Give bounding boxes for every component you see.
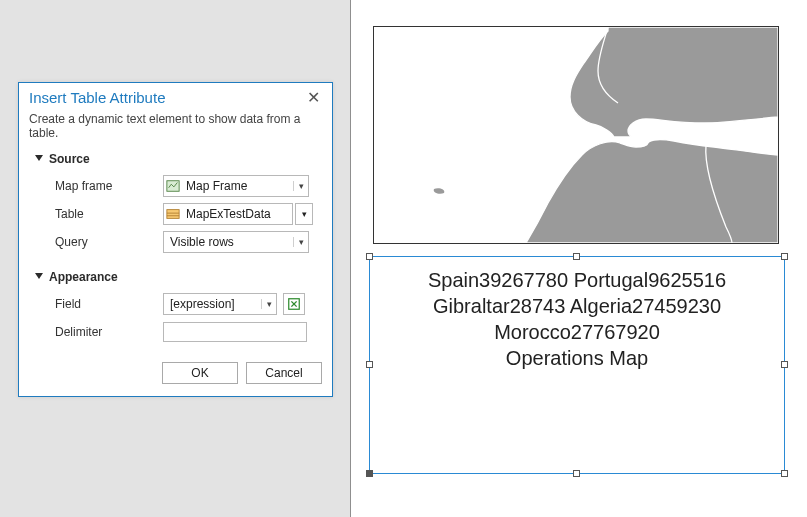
map-frame-dropdown[interactable]: Map Frame ▾ <box>163 175 309 197</box>
row-map-frame: Map frame Map Frame ▾ <box>19 172 332 200</box>
label-delimiter: Delimiter <box>55 325 163 339</box>
resize-handle-middle-left[interactable] <box>366 361 373 368</box>
svg-rect-1 <box>167 210 179 219</box>
section-header-source[interactable]: Source <box>19 150 332 172</box>
expression-builder-button[interactable] <box>283 293 305 315</box>
resize-handle-bottom-middle[interactable] <box>573 470 580 477</box>
resize-handle-middle-right[interactable] <box>781 361 788 368</box>
anchor-handle-bottom-left[interactable] <box>366 470 373 477</box>
query-value: Visible rows <box>164 235 293 249</box>
resize-handle-top-left[interactable] <box>366 253 373 260</box>
cancel-button[interactable]: Cancel <box>246 362 322 384</box>
layout-canvas[interactable]: Spain39267780 Portugal9625516 Gibraltar2… <box>351 0 807 517</box>
dynamic-text-content[interactable]: Spain39267780 Portugal9625516 Gibraltar2… <box>370 257 784 381</box>
property-panel: Insert Table Attribute ✕ Create a dynami… <box>0 0 351 517</box>
field-dropdown[interactable]: [expression] ▾ <box>163 293 277 315</box>
ok-button[interactable]: OK <box>162 362 238 384</box>
delimiter-input[interactable] <box>163 322 307 342</box>
section-header-appearance[interactable]: Appearance <box>19 268 332 290</box>
table-dropdown[interactable]: MapExTestData <box>163 203 293 225</box>
dialog-title: Insert Table Attribute <box>29 89 165 106</box>
label-query: Query <box>55 235 163 249</box>
resize-handle-bottom-right[interactable] <box>781 470 788 477</box>
map-frame-icon <box>164 179 182 193</box>
chevron-down-icon[interactable]: ▾ <box>293 237 308 247</box>
text-line: Spain39267780 Portugal9625516 <box>374 267 780 293</box>
map-frame-value: Map Frame <box>182 179 293 193</box>
map-frame-preview[interactable] <box>373 26 779 244</box>
chevron-down-icon[interactable]: ▾ <box>261 299 276 309</box>
text-line: Operations Map <box>374 345 780 371</box>
table-value: MapExTestData <box>182 207 292 221</box>
label-table: Table <box>55 207 163 221</box>
label-map-frame: Map frame <box>55 179 163 193</box>
row-query: Query Visible rows ▾ <box>19 228 332 256</box>
query-dropdown[interactable]: Visible rows ▾ <box>163 231 309 253</box>
label-field: Field <box>55 297 163 311</box>
row-delimiter: Delimiter <box>19 318 332 346</box>
row-table: Table MapExTestData ▾ <box>19 200 332 228</box>
table-icon <box>164 207 182 221</box>
table-dropdown-arrow[interactable]: ▾ <box>295 203 313 225</box>
insert-table-attribute-dialog: Insert Table Attribute ✕ Create a dynami… <box>18 82 333 397</box>
dialog-titlebar: Insert Table Attribute ✕ <box>19 83 332 108</box>
selected-text-element[interactable]: Spain39267780 Portugal9625516 Gibraltar2… <box>369 256 785 474</box>
close-icon[interactable]: ✕ <box>305 90 322 106</box>
row-field: Field [expression] ▾ <box>19 290 332 318</box>
text-line: Gibraltar28743 Algeria27459230 <box>374 293 780 319</box>
dialog-button-row: OK Cancel <box>19 346 332 396</box>
spacer <box>19 256 332 268</box>
field-value: [expression] <box>164 297 261 311</box>
text-line: Morocco27767920 <box>374 319 780 345</box>
resize-handle-top-middle[interactable] <box>573 253 580 260</box>
chevron-down-icon[interactable]: ▾ <box>293 181 308 191</box>
dialog-subtitle: Create a dynamic text element to show da… <box>19 108 332 150</box>
resize-handle-top-right[interactable] <box>781 253 788 260</box>
